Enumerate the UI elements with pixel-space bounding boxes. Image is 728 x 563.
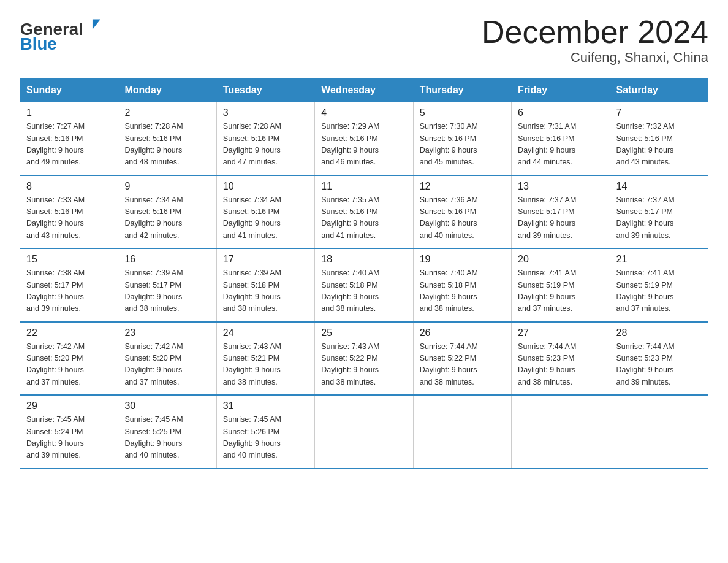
table-row: 27 Sunrise: 7:44 AMSunset: 5:23 PMDaylig… bbox=[512, 322, 610, 396]
table-row: 10 Sunrise: 7:34 AMSunset: 5:16 PMDaylig… bbox=[216, 175, 314, 249]
table-row: 18 Sunrise: 7:40 AMSunset: 5:18 PMDaylig… bbox=[315, 248, 413, 322]
day-info: Sunrise: 7:31 AMSunset: 5:16 PMDaylight:… bbox=[518, 121, 603, 169]
day-info: Sunrise: 7:35 AMSunset: 5:16 PMDaylight:… bbox=[321, 194, 406, 242]
table-row bbox=[315, 395, 413, 469]
title-block: December 2024 Cuifeng, Shanxi, China bbox=[482, 15, 708, 66]
day-number: 24 bbox=[223, 327, 308, 339]
table-row: 8 Sunrise: 7:33 AMSunset: 5:16 PMDayligh… bbox=[20, 175, 118, 249]
table-row: 17 Sunrise: 7:39 AMSunset: 5:18 PMDaylig… bbox=[216, 248, 314, 322]
header-saturday: Saturday bbox=[610, 79, 708, 102]
table-row: 4 Sunrise: 7:29 AMSunset: 5:16 PMDayligh… bbox=[315, 102, 413, 175]
day-info: Sunrise: 7:42 AMSunset: 5:20 PMDaylight:… bbox=[124, 341, 210, 389]
header-wednesday: Wednesday bbox=[315, 79, 413, 102]
table-row bbox=[610, 395, 708, 469]
calendar-week-row: 8 Sunrise: 7:33 AMSunset: 5:16 PMDayligh… bbox=[20, 175, 708, 249]
day-info: Sunrise: 7:45 AMSunset: 5:24 PMDaylight:… bbox=[26, 414, 112, 462]
day-info: Sunrise: 7:32 AMSunset: 5:16 PMDaylight:… bbox=[616, 121, 702, 169]
day-number: 6 bbox=[518, 107, 603, 118]
day-info: Sunrise: 7:39 AMSunset: 5:17 PMDaylight:… bbox=[124, 267, 210, 315]
calendar-week-row: 29 Sunrise: 7:45 AMSunset: 5:24 PMDaylig… bbox=[20, 395, 708, 469]
table-row: 11 Sunrise: 7:35 AMSunset: 5:16 PMDaylig… bbox=[315, 175, 413, 249]
day-info: Sunrise: 7:41 AMSunset: 5:19 PMDaylight:… bbox=[518, 267, 603, 315]
day-number: 19 bbox=[420, 254, 505, 265]
logo-svg: General Blue bbox=[20, 15, 105, 52]
calendar-week-row: 22 Sunrise: 7:42 AMSunset: 5:20 PMDaylig… bbox=[20, 322, 708, 396]
header-sunday: Sunday bbox=[20, 79, 118, 102]
table-row: 2 Sunrise: 7:28 AMSunset: 5:16 PMDayligh… bbox=[118, 102, 216, 175]
day-number: 31 bbox=[223, 400, 308, 412]
day-number: 10 bbox=[223, 181, 308, 192]
day-info: Sunrise: 7:28 AMSunset: 5:16 PMDaylight:… bbox=[223, 121, 308, 169]
day-number: 23 bbox=[124, 327, 210, 339]
day-number: 14 bbox=[616, 181, 702, 192]
day-info: Sunrise: 7:44 AMSunset: 5:23 PMDaylight:… bbox=[616, 341, 702, 389]
logo: General Blue bbox=[20, 15, 105, 52]
day-info: Sunrise: 7:44 AMSunset: 5:22 PMDaylight:… bbox=[420, 341, 505, 389]
day-number: 9 bbox=[124, 181, 210, 192]
table-row: 26 Sunrise: 7:44 AMSunset: 5:22 PMDaylig… bbox=[413, 322, 511, 396]
day-info: Sunrise: 7:28 AMSunset: 5:16 PMDaylight:… bbox=[124, 121, 210, 169]
day-number: 18 bbox=[321, 254, 406, 265]
page-subtitle: Cuifeng, Shanxi, China bbox=[482, 50, 708, 66]
calendar-header-row: Sunday Monday Tuesday Wednesday Thursday… bbox=[20, 79, 708, 102]
table-row: 19 Sunrise: 7:40 AMSunset: 5:18 PMDaylig… bbox=[413, 248, 511, 322]
day-info: Sunrise: 7:33 AMSunset: 5:16 PMDaylight:… bbox=[26, 194, 112, 242]
day-number: 2 bbox=[124, 107, 210, 118]
calendar-week-row: 15 Sunrise: 7:38 AMSunset: 5:17 PMDaylig… bbox=[20, 248, 708, 322]
header-friday: Friday bbox=[512, 79, 610, 102]
table-row: 6 Sunrise: 7:31 AMSunset: 5:16 PMDayligh… bbox=[512, 102, 610, 175]
day-info: Sunrise: 7:30 AMSunset: 5:16 PMDaylight:… bbox=[420, 121, 505, 169]
day-info: Sunrise: 7:37 AMSunset: 5:17 PMDaylight:… bbox=[518, 194, 603, 242]
table-row: 30 Sunrise: 7:45 AMSunset: 5:25 PMDaylig… bbox=[118, 395, 216, 469]
table-row: 22 Sunrise: 7:42 AMSunset: 5:20 PMDaylig… bbox=[20, 322, 118, 396]
calendar-table: Sunday Monday Tuesday Wednesday Thursday… bbox=[20, 78, 708, 469]
day-number: 28 bbox=[616, 327, 702, 339]
day-number: 13 bbox=[518, 181, 603, 192]
table-row: 3 Sunrise: 7:28 AMSunset: 5:16 PMDayligh… bbox=[216, 102, 314, 175]
day-number: 20 bbox=[518, 254, 603, 265]
day-info: Sunrise: 7:40 AMSunset: 5:18 PMDaylight:… bbox=[321, 267, 406, 315]
table-row: 12 Sunrise: 7:36 AMSunset: 5:16 PMDaylig… bbox=[413, 175, 511, 249]
table-row: 9 Sunrise: 7:34 AMSunset: 5:16 PMDayligh… bbox=[118, 175, 216, 249]
page-header: General Blue December 2024 Cuifeng, Shan… bbox=[20, 15, 708, 66]
table-row bbox=[512, 395, 610, 469]
header-tuesday: Tuesday bbox=[216, 79, 314, 102]
header-thursday: Thursday bbox=[413, 79, 511, 102]
header-monday: Monday bbox=[118, 79, 216, 102]
day-number: 12 bbox=[420, 181, 505, 192]
table-row: 24 Sunrise: 7:43 AMSunset: 5:21 PMDaylig… bbox=[216, 322, 314, 396]
svg-text:Blue: Blue bbox=[20, 34, 57, 52]
day-info: Sunrise: 7:34 AMSunset: 5:16 PMDaylight:… bbox=[223, 194, 308, 242]
table-row: 31 Sunrise: 7:45 AMSunset: 5:26 PMDaylig… bbox=[216, 395, 314, 469]
day-number: 29 bbox=[26, 400, 112, 412]
table-row: 15 Sunrise: 7:38 AMSunset: 5:17 PMDaylig… bbox=[20, 248, 118, 322]
table-row: 13 Sunrise: 7:37 AMSunset: 5:17 PMDaylig… bbox=[512, 175, 610, 249]
day-number: 26 bbox=[420, 327, 505, 339]
day-number: 15 bbox=[26, 254, 112, 265]
table-row: 16 Sunrise: 7:39 AMSunset: 5:17 PMDaylig… bbox=[118, 248, 216, 322]
day-info: Sunrise: 7:43 AMSunset: 5:21 PMDaylight:… bbox=[223, 341, 308, 389]
day-number: 17 bbox=[223, 254, 308, 265]
calendar-week-row: 1 Sunrise: 7:27 AMSunset: 5:16 PMDayligh… bbox=[20, 102, 708, 175]
day-info: Sunrise: 7:44 AMSunset: 5:23 PMDaylight:… bbox=[518, 341, 603, 389]
day-info: Sunrise: 7:42 AMSunset: 5:20 PMDaylight:… bbox=[26, 341, 112, 389]
day-number: 5 bbox=[420, 107, 505, 118]
table-row: 14 Sunrise: 7:37 AMSunset: 5:17 PMDaylig… bbox=[610, 175, 708, 249]
day-number: 27 bbox=[518, 327, 603, 339]
day-number: 7 bbox=[616, 107, 702, 118]
day-number: 22 bbox=[26, 327, 112, 339]
day-number: 3 bbox=[223, 107, 308, 118]
table-row: 29 Sunrise: 7:45 AMSunset: 5:24 PMDaylig… bbox=[20, 395, 118, 469]
day-info: Sunrise: 7:45 AMSunset: 5:26 PMDaylight:… bbox=[223, 414, 308, 462]
day-info: Sunrise: 7:36 AMSunset: 5:16 PMDaylight:… bbox=[420, 194, 505, 242]
day-info: Sunrise: 7:45 AMSunset: 5:25 PMDaylight:… bbox=[124, 414, 210, 462]
day-info: Sunrise: 7:34 AMSunset: 5:16 PMDaylight:… bbox=[124, 194, 210, 242]
table-row: 25 Sunrise: 7:43 AMSunset: 5:22 PMDaylig… bbox=[315, 322, 413, 396]
table-row bbox=[413, 395, 511, 469]
day-number: 11 bbox=[321, 181, 406, 192]
table-row: 5 Sunrise: 7:30 AMSunset: 5:16 PMDayligh… bbox=[413, 102, 511, 175]
day-number: 8 bbox=[26, 181, 112, 192]
table-row: 21 Sunrise: 7:41 AMSunset: 5:19 PMDaylig… bbox=[610, 248, 708, 322]
day-info: Sunrise: 7:40 AMSunset: 5:18 PMDaylight:… bbox=[420, 267, 505, 315]
day-info: Sunrise: 7:27 AMSunset: 5:16 PMDaylight:… bbox=[26, 121, 112, 169]
